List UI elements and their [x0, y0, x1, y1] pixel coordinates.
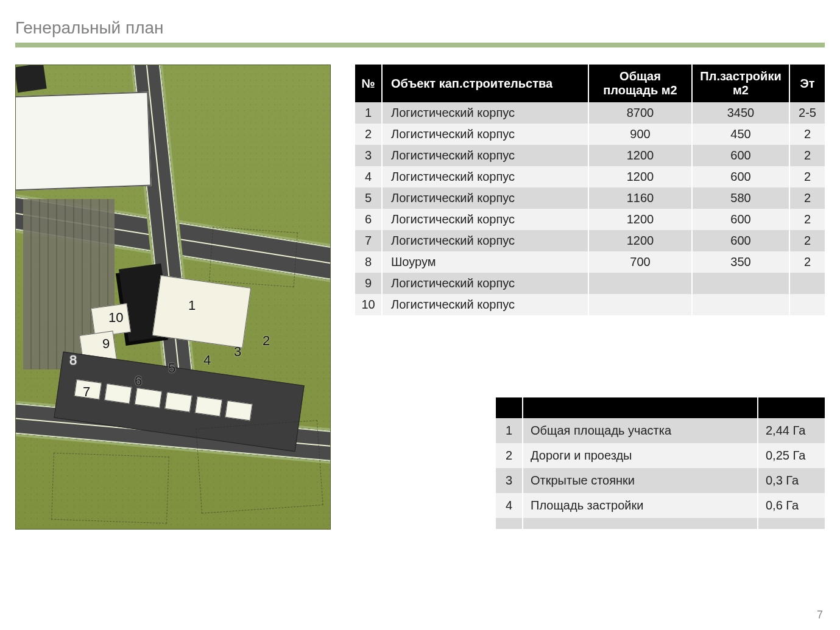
cell-footprint: 600	[692, 230, 789, 251]
table-row: 8Шоурум7003502	[355, 251, 825, 273]
cell-area: 700	[588, 251, 692, 273]
site-col-name	[523, 397, 758, 418]
col-area: Общая площадь м2	[588, 65, 692, 102]
cell-n: 5	[355, 187, 382, 209]
cell-n: 8	[355, 251, 382, 273]
cell-area: 1200	[588, 166, 692, 187]
cell-floors: 2	[789, 209, 825, 230]
cell-n: 3	[355, 145, 382, 166]
cell-name: Логистический корпус	[382, 102, 588, 124]
site-plan-map: 1 2 3 4 5 6 7 8 9 10	[15, 65, 331, 530]
unit-2	[225, 401, 252, 421]
lot-1	[152, 275, 251, 348]
cell-value: 0,6 Га	[758, 493, 825, 518]
plot-dashed-2	[196, 420, 323, 514]
table-row: 10Логистический корпус	[355, 294, 825, 315]
table-row: 1Логистический корпус870034502-5	[355, 102, 825, 124]
cell-floors: 2	[789, 145, 825, 166]
site-table-header	[496, 397, 825, 418]
cell-n	[496, 518, 523, 529]
cell-name: Дороги и проезды	[523, 443, 758, 468]
cell-name: Общая площадь участка	[523, 418, 758, 443]
unit-5	[135, 388, 162, 408]
cell-name: Логистический корпус	[382, 166, 588, 187]
cell-n: 1	[496, 418, 523, 443]
cell-floors	[789, 273, 825, 294]
table-row: 3Логистический корпус12006002	[355, 145, 825, 166]
cell-name: Логистический корпус	[382, 273, 588, 294]
page-number: 7	[817, 609, 823, 621]
plan-label-6: 6	[135, 373, 142, 389]
cell-name	[523, 518, 758, 529]
plan-label-1: 1	[188, 298, 196, 313]
cell-area: 1200	[588, 209, 692, 230]
cell-name: Логистический корпус	[382, 294, 588, 315]
plan-label-4: 4	[203, 352, 211, 368]
cell-floors: 2-5	[789, 102, 825, 124]
cell-area: 1200	[588, 145, 692, 166]
table-row: 1Общая площадь участка2,44 Га	[496, 418, 825, 443]
cell-footprint: 600	[692, 209, 789, 230]
table-row: 4Площадь застройки0,6 Га	[496, 493, 825, 518]
existing-building	[15, 92, 152, 192]
cell-value: 0,3 Га	[758, 468, 825, 493]
plan-label-3: 3	[234, 344, 241, 360]
accent-bar	[15, 43, 825, 47]
cell-floors: 2	[789, 124, 825, 145]
plan-label-5: 5	[168, 360, 175, 376]
cell-n: 10	[355, 294, 382, 315]
table-row: 7Логистический корпус12006002	[355, 230, 825, 251]
cell-footprint	[692, 273, 789, 294]
cell-name: Логистический корпус	[382, 187, 588, 209]
cell-n: 4	[355, 166, 382, 187]
cell-footprint: 600	[692, 166, 789, 187]
col-name: Объект кап.строительства	[382, 65, 588, 102]
right-pane: № Объект кап.строительства Общая площадь…	[355, 65, 825, 530]
cell-floors: 2	[789, 166, 825, 187]
cell-n: 7	[355, 230, 382, 251]
plan-label-10: 10	[108, 310, 123, 326]
plan-label-8: 8	[69, 352, 77, 368]
slide: Генеральный план	[0, 0, 840, 630]
table-row: 9Логистический корпус	[355, 273, 825, 294]
cell-name: Шоурум	[382, 251, 588, 273]
cell-footprint: 350	[692, 251, 789, 273]
cell-n: 2	[496, 443, 523, 468]
cell-floors: 2	[789, 251, 825, 273]
plot-dashed-3	[51, 453, 169, 524]
plan-label-2: 2	[263, 333, 270, 349]
table-row: 5Логистический корпус11605802	[355, 187, 825, 209]
cell-footprint: 580	[692, 187, 789, 209]
cell-floors	[789, 294, 825, 315]
unit-4	[164, 392, 192, 413]
site-col-n	[496, 397, 523, 418]
plot-dashed-1	[209, 226, 298, 287]
cell-value	[758, 518, 825, 529]
buildings-table-header: № Объект кап.строительства Общая площадь…	[355, 65, 825, 102]
cell-n: 9	[355, 273, 382, 294]
cell-footprint: 450	[692, 124, 789, 145]
table-row	[496, 518, 825, 529]
cell-name: Открытые стоянки	[523, 468, 758, 493]
table-row: 6Логистический корпус12006002	[355, 209, 825, 230]
cell-n: 3	[496, 468, 523, 493]
col-footprint: Пл.застройки м2	[692, 65, 789, 102]
cell-n: 2	[355, 124, 382, 145]
cell-n: 1	[355, 102, 382, 124]
cell-area: 1160	[588, 187, 692, 209]
col-floors: Эт	[789, 65, 825, 102]
cell-footprint: 3450	[692, 102, 789, 124]
unit-3	[195, 396, 222, 417]
cell-name: Логистический корпус	[382, 145, 588, 166]
table-row: 2Дороги и проезды0,25 Га	[496, 443, 825, 468]
cell-footprint	[692, 294, 789, 315]
cell-name: Площадь застройки	[523, 493, 758, 518]
cell-n: 4	[496, 493, 523, 518]
cell-floors: 2	[789, 230, 825, 251]
cell-n: 6	[355, 209, 382, 230]
cell-footprint: 600	[692, 145, 789, 166]
cell-name: Логистический корпус	[382, 124, 588, 145]
col-number: №	[355, 65, 382, 102]
content-row: 1 2 3 4 5 6 7 8 9 10 № Объект кап.строит…	[15, 65, 825, 530]
cell-area: 8700	[588, 102, 692, 124]
